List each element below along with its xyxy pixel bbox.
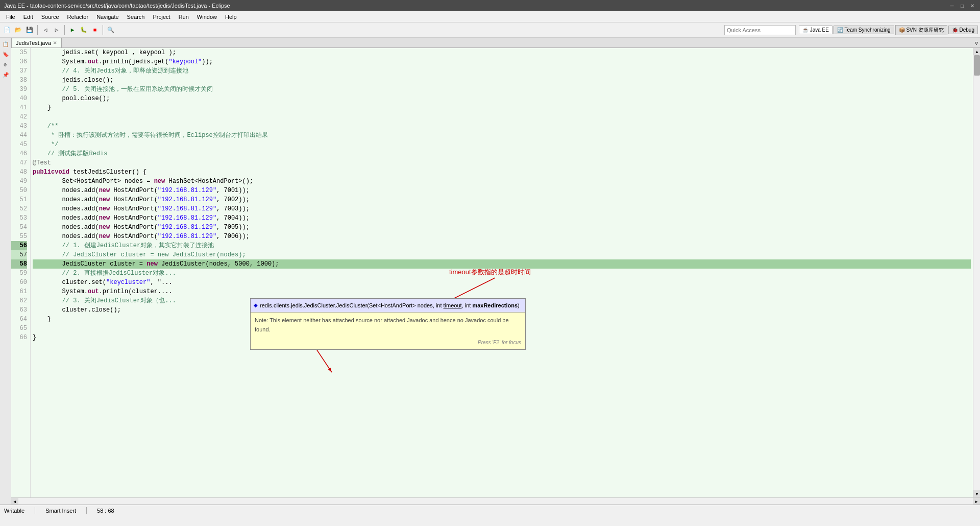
- line-num-55: 55: [11, 232, 27, 241]
- menu-source[interactable]: Source: [37, 13, 63, 21]
- tab-bar: JedisTest.java ✕ ▽: [11, 38, 980, 48]
- code-line-39: // 5. 关闭连接池，一般在应用系统关闭的时候才关闭: [33, 85, 971, 94]
- toolbar-search[interactable]: 🔍: [106, 25, 116, 35]
- code-line-54: nodes.add(new HostAndPort("192.168.81.12…: [33, 223, 971, 232]
- toolbar-save[interactable]: 💾: [24, 25, 35, 35]
- line-num-37: 37: [11, 66, 27, 76]
- persp-debug[interactable]: 🐞 Debug: [948, 26, 978, 34]
- line-num-61: 61: [11, 287, 27, 296]
- menu-bar: File Edit Source Refactor Navigate Searc…: [0, 11, 980, 22]
- menu-run[interactable]: Run: [175, 13, 193, 21]
- menu-file[interactable]: File: [2, 13, 19, 21]
- code-line-49: Set<HostAndPort> nodes = new HashSet<Hos…: [33, 177, 971, 186]
- code-content[interactable]: jedis.set( keypool , keypool ); System.o…: [31, 48, 973, 497]
- line-num-54: 54: [11, 223, 27, 232]
- sidebar-icon-4[interactable]: 📌: [1, 70, 10, 80]
- line-num-52: 52: [11, 204, 27, 213]
- toolbar-run[interactable]: ▶: [67, 25, 78, 35]
- line-num-58: 58: [11, 259, 27, 269]
- menu-edit[interactable]: Edit: [19, 13, 37, 21]
- scroll-down-arrow[interactable]: ▼: [973, 490, 980, 497]
- code-line-53: nodes.add(new HostAndPort("192.168.81.12…: [33, 213, 971, 223]
- sidebar-icon-2[interactable]: 🔖: [1, 50, 10, 59]
- menu-search[interactable]: Search: [123, 13, 149, 21]
- code-line-42: [33, 112, 971, 122]
- scroll-up-arrow[interactable]: ▲: [973, 48, 980, 55]
- autocomplete-note: Note: This element neither has attached …: [255, 317, 509, 332]
- tab-minimize-icon[interactable]: ▽: [973, 39, 980, 47]
- line-num-36: 36: [11, 57, 27, 66]
- menu-refactor[interactable]: Refactor: [63, 13, 93, 21]
- line-num-56: 56: [11, 241, 27, 250]
- code-line-47: @Test: [33, 158, 971, 168]
- code-line-46: // 测试集群版Redis: [33, 149, 971, 158]
- code-line-61: System.out.println(cluster....: [33, 287, 971, 296]
- scroll-track[interactable]: [973, 55, 980, 490]
- sidebar-icon-1[interactable]: 📋: [1, 40, 10, 49]
- close-button[interactable]: ✕: [969, 2, 976, 9]
- autocomplete-header: ◆ redis.clients.jedis.JedisCluster.Jedis…: [251, 299, 525, 313]
- tab-jedistest[interactable]: JedisTest.java ✕: [11, 38, 62, 47]
- horizontal-scrollbar[interactable]: ◄ ►: [11, 497, 980, 505]
- perspective-buttons: ☕ Java EE 🔄 Team Synchronizing 📦 SVN 资源库…: [799, 25, 978, 35]
- toolbar: 📄 📂 💾 ◁ ▷ ▶ 🐛 ■ 🔍 Quick Access ☕ Java EE…: [0, 22, 980, 38]
- code-line-55: nodes.add(new HostAndPort("192.168.81.12…: [33, 232, 971, 241]
- line-num-44: 44: [11, 131, 27, 140]
- status-sep2: [86, 507, 87, 514]
- quick-access-input[interactable]: Quick Access: [724, 25, 796, 35]
- scroll-thumb[interactable]: [974, 55, 980, 76]
- persp-svn[interactable]: 📦 SVN 资源库研究: [895, 25, 947, 35]
- line-num-60: 60: [11, 278, 27, 287]
- code-line-37: // 4. 关闭Jedis对象，即释放资源到连接池: [33, 66, 971, 76]
- toolbar-prev[interactable]: ◁: [40, 25, 51, 35]
- hscroll-track[interactable]: [18, 498, 973, 505]
- hscroll-right-arrow[interactable]: ►: [973, 498, 980, 505]
- hscroll-left-arrow[interactable]: ◄: [11, 498, 18, 505]
- toolbar-sep3: [103, 25, 103, 35]
- line-num-59: 59: [11, 269, 27, 278]
- status-bar: Writable Smart Insert 58 : 68: [0, 505, 980, 516]
- status-sep1: [35, 507, 35, 514]
- tab-close-icon[interactable]: ✕: [53, 40, 57, 45]
- minimize-button[interactable]: ─: [948, 2, 955, 9]
- line-numbers: 35 36 37 38 39 40 41 42 43 44 45 46 47 4…: [11, 48, 31, 497]
- line-num-50: 50: [11, 186, 27, 195]
- menu-navigate[interactable]: Navigate: [92, 13, 122, 21]
- code-line-56: // 1. 创建JedisCluster对象，其实它封装了连接池: [33, 241, 971, 250]
- menu-window[interactable]: Window: [193, 13, 221, 21]
- line-num-57: 57: [11, 250, 27, 259]
- line-num-46: 46: [11, 149, 27, 158]
- menu-project[interactable]: Project: [149, 13, 174, 21]
- persp-javaee[interactable]: ☕ Java EE: [799, 26, 832, 34]
- code-line-50: nodes.add(new HostAndPort("192.168.81.12…: [33, 186, 971, 195]
- vertical-scrollbar[interactable]: ▲ ▼: [973, 48, 980, 497]
- line-num-62: 62: [11, 296, 27, 305]
- menu-help[interactable]: Help: [221, 13, 241, 21]
- code-line-60: cluster.set("keycluster", "...: [33, 278, 971, 287]
- autocomplete-signature: redis.clients.jedis.JedisCluster.JedisCl…: [260, 301, 520, 310]
- status-smart-insert: Smart Insert: [45, 508, 76, 514]
- sidebar-icon-3[interactable]: ⚙: [1, 60, 10, 69]
- maximize-button[interactable]: □: [959, 2, 966, 9]
- toolbar-new[interactable]: 📄: [2, 25, 12, 35]
- toolbar-next[interactable]: ▷: [52, 25, 62, 35]
- line-num-38: 38: [11, 76, 27, 85]
- line-num-53: 53: [11, 213, 27, 223]
- toolbar-open[interactable]: 📂: [13, 25, 23, 35]
- code-line-57: // JedisCluster cluster = new JedisClust…: [33, 250, 971, 259]
- line-num-49: 49: [11, 177, 27, 186]
- line-num-65: 65: [11, 324, 27, 333]
- code-editor[interactable]: 35 36 37 38 39 40 41 42 43 44 45 46 47 4…: [11, 48, 980, 497]
- code-line-59: // 2. 直接根据JedisCluster对象...: [33, 269, 971, 278]
- editor-area: JedisTest.java ✕ ▽ 35 36 37 38 39 40 41 …: [11, 38, 980, 505]
- line-num-43: 43: [11, 122, 27, 131]
- code-line-44: * 卧槽：执行该测试方法时，需要等待很长时间，Eclipse控制台才打印出结果: [33, 131, 971, 140]
- toolbar-debug[interactable]: 🐛: [79, 25, 89, 35]
- code-line-36: System.out.println(jedis.get("keypool"))…: [33, 57, 971, 66]
- line-num-40: 40: [11, 94, 27, 103]
- line-num-63: 63: [11, 305, 27, 315]
- status-writable: Writable: [4, 508, 24, 514]
- persp-team[interactable]: 🔄 Team Synchronizing: [834, 26, 894, 34]
- line-num-51: 51: [11, 195, 27, 204]
- toolbar-stop[interactable]: ■: [90, 25, 100, 35]
